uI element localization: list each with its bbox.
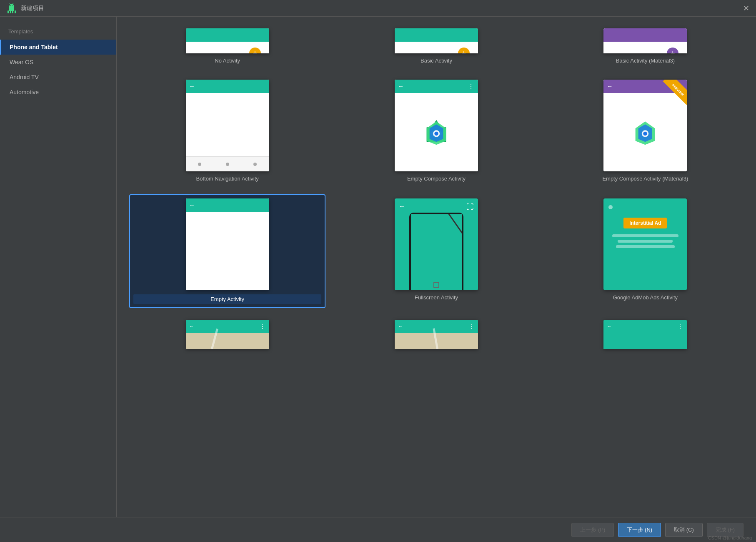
- finish-button[interactable]: 完成 (F): [707, 523, 743, 537]
- dialog-body: Templates Phone and Tablet Wear OS Andro…: [0, 17, 756, 517]
- empty-compose-material3-thumbnail: ← P: [603, 80, 687, 171]
- map-2-thumb: ← ⋮: [395, 320, 478, 349]
- template-card-map-3[interactable]: ← ⋮: [547, 316, 743, 352]
- fullscreen-thumbnail: ⛶ ←: [395, 198, 478, 290]
- empty-activity-label: Empty Activity: [133, 294, 321, 304]
- back-arrow-icon-7: ←: [398, 324, 403, 329]
- sidebar-item-automotive[interactable]: Automotive: [0, 85, 116, 100]
- sidebar-section-title: Templates: [0, 25, 116, 40]
- preview-text: PREVIEW: [671, 83, 684, 97]
- back-arrow-icon-6: ←: [189, 324, 194, 329]
- bottom-nav-label: Bottom Navigation Activity: [196, 176, 259, 182]
- empty-compose-thumbnail: ← ⋮: [395, 80, 478, 171]
- sidebar: Templates Phone and Tablet Wear OS Andro…: [0, 17, 117, 517]
- basic-activity-thumb-partial: +: [395, 28, 478, 53]
- empty-activity-thumbnail: ←: [186, 198, 269, 290]
- android-logo-icon: [422, 118, 451, 147]
- admob-line-1: [612, 234, 678, 237]
- back-arrow-icon: ←: [189, 83, 195, 90]
- title-bar: 新建项目 ✕: [0, 0, 756, 17]
- template-card-empty-compose-material3[interactable]: ← P: [547, 75, 743, 186]
- top-row-partial: + No Activity + Basic Activity + Basic A…: [129, 25, 743, 67]
- basic-material3-label: Basic Activity (Material3): [616, 58, 675, 64]
- plus-icon-purple: +: [667, 48, 678, 53]
- admob-line-3: [616, 245, 675, 248]
- no-activity-thumb-partial: +: [186, 28, 269, 53]
- plus-icon-yellow-2: +: [458, 48, 470, 53]
- map-1-thumb: ← ⋮: [186, 320, 269, 349]
- template-card-map-2[interactable]: ← ⋮: [338, 316, 534, 352]
- svg-point-9: [434, 132, 438, 136]
- svg-point-13: [643, 132, 647, 136]
- cancel-button[interactable]: 取消 (C): [665, 523, 703, 537]
- menu-dots-icon-4: ⋮: [677, 323, 683, 330]
- prev-button[interactable]: 上一步 (P): [571, 523, 614, 537]
- fullscreen-label: Fullscreen Activity: [415, 294, 458, 301]
- title-bar-text: 新建项目: [21, 5, 44, 12]
- plus-icon-yellow: +: [249, 48, 261, 53]
- basic-activity-label: Basic Activity: [421, 58, 452, 64]
- templates-grid: ← Bottom Navigation Activity: [129, 75, 743, 352]
- content-area: + No Activity + Basic Activity + Basic A…: [117, 17, 756, 517]
- bottom-nav-thumbnail: ←: [186, 80, 269, 171]
- menu-dots-icon-2: ⋮: [260, 323, 266, 330]
- dialog-footer: 上一步 (P) 下一步 (N) 取消 (C) 完成 (F): [0, 517, 756, 542]
- empty-compose-label: Empty Compose Activity: [407, 176, 466, 182]
- menu-dots-icon: ⋮: [468, 83, 475, 90]
- sidebar-item-wear-os-label: Wear OS: [10, 59, 33, 65]
- sidebar-item-phone-tablet-label: Phone and Tablet: [10, 44, 58, 50]
- no-activity-label: No Activity: [215, 58, 240, 64]
- template-card-no-activity-partial[interactable]: + No Activity: [129, 25, 325, 67]
- nav-dot-1: [198, 163, 201, 166]
- nav-dot-2: [226, 163, 229, 166]
- watermark: CSDN @jungiduhang: [708, 535, 752, 540]
- interstitial-ad-badge: Interstitial Ad: [623, 218, 667, 228]
- template-card-fullscreen[interactable]: ⛶ ← Fullscreen Activity: [338, 194, 534, 308]
- expand-icon: ⛶: [466, 203, 474, 211]
- sidebar-item-phone-tablet[interactable]: Phone and Tablet: [0, 40, 116, 55]
- back-arrow-icon-2: ←: [398, 83, 404, 90]
- template-card-basic-material3-partial[interactable]: + Basic Activity (Material3): [547, 25, 743, 67]
- close-button[interactable]: ✕: [743, 5, 749, 12]
- template-card-google-admob[interactable]: Interstitial Ad Google AdMob Ads Activit…: [547, 194, 743, 308]
- template-card-basic-activity-partial[interactable]: + Basic Activity: [338, 25, 534, 67]
- nav-dot-3: [253, 163, 257, 166]
- back-arrow-icon-3: ←: [607, 83, 613, 90]
- menu-dots-icon-3: ⋮: [468, 323, 475, 330]
- sidebar-item-wear-os[interactable]: Wear OS: [0, 55, 116, 70]
- template-card-empty-compose[interactable]: ← ⋮: [338, 75, 534, 186]
- preview-badge: PREVIEW: [660, 80, 687, 106]
- android-icon: [7, 3, 17, 13]
- empty-compose-material3-label: Empty Compose Activity (Material3): [602, 176, 688, 182]
- sidebar-item-android-tv[interactable]: Android TV: [0, 70, 116, 85]
- basic-material3-thumb-partial: +: [603, 28, 687, 53]
- android-logo-icon-2: [631, 118, 660, 147]
- next-button[interactable]: 下一步 (N): [618, 523, 661, 537]
- back-arrow-icon-8: ←: [607, 324, 612, 329]
- sidebar-item-automotive-label: Automotive: [10, 89, 39, 95]
- google-admob-label: Google AdMob Ads Activity: [613, 294, 678, 301]
- sidebar-item-android-tv-label: Android TV: [10, 74, 39, 80]
- google-admob-thumbnail: Interstitial Ad: [603, 198, 687, 290]
- back-arrow-icon-4: ←: [189, 202, 195, 208]
- admob-dot-icon: [608, 205, 613, 209]
- back-arrow-icon-5: ←: [399, 203, 406, 210]
- map-3-thumb: ← ⋮: [603, 320, 687, 349]
- template-card-empty-activity[interactable]: ← Empty Activity: [129, 194, 325, 308]
- admob-line-2: [618, 240, 673, 243]
- template-card-bottom-nav[interactable]: ← Bottom Navigation Activity: [129, 75, 325, 186]
- template-card-map-1[interactable]: ← ⋮: [129, 316, 325, 352]
